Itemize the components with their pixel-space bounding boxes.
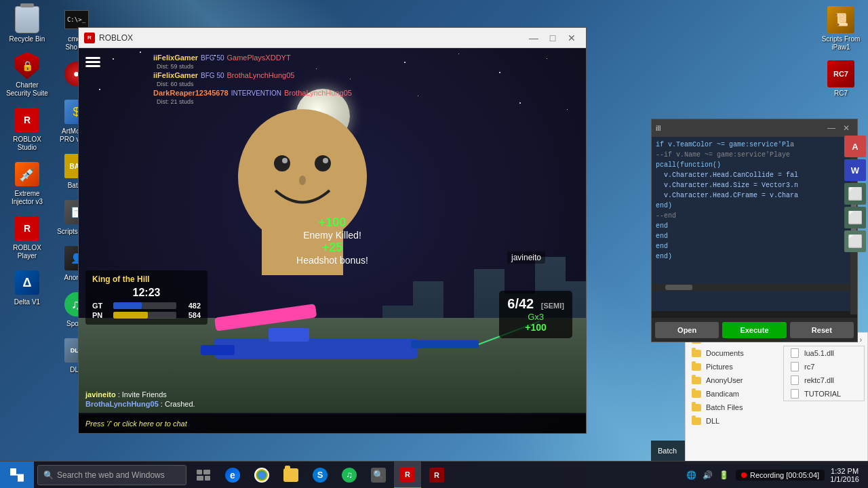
desktop-icon-roblox-player[interactable]: R ROBLOX Player [3, 212, 51, 263]
sidebar-icon-box1[interactable]: ⬜ [844, 183, 866, 205]
script-editor-controls: — ✕ [825, 122, 853, 134]
rc7-label: RC7 [834, 89, 848, 98]
file-explorer-icon[interactable] [277, 462, 304, 489]
script-editor-title: ill [656, 124, 822, 132]
kill-points-1: +100 [296, 216, 368, 230]
chrome-browser-icon[interactable] [248, 462, 275, 489]
score-row-gt: GT 482 [92, 302, 201, 310]
file-icon [791, 362, 799, 371]
chat-msg-1: javineito : Invite Friends [85, 390, 195, 399]
sidebar-icon-W[interactable]: W [844, 159, 866, 181]
tray-battery-icon[interactable]: 🔋 [717, 470, 730, 480]
search-web-icon[interactable]: 🔍 [365, 462, 392, 489]
desktop-icon-recycle-bin[interactable]: Recycle Bin [3, 3, 51, 46]
svg-rect-15 [205, 476, 210, 481]
minimize-button[interactable]: — [525, 31, 542, 45]
file-item-dll[interactable]: DLL [686, 414, 867, 428]
delta-label: Delta V1 [14, 298, 40, 306]
folder-icon [692, 390, 701, 398]
script-line-8: --end [656, 211, 853, 221]
script-line-11: end [656, 241, 853, 251]
chat-colon-1: : [118, 390, 120, 399]
script-line-10: end [656, 231, 853, 241]
script-line-12: end) [656, 251, 853, 262]
cmd-icon: C:\>_ [64, 10, 89, 29]
sidebar-icon-A[interactable]: A [844, 136, 866, 157]
desktop-icon-charter[interactable]: 🔒 Charter Security Suite [3, 49, 51, 100]
file-icon [791, 348, 799, 358]
file-item-tutorial[interactable]: TUTORIAL [784, 387, 864, 401]
taskbar-right: 🌐 🔊 🔋 Recording [00:05:04] 1:32 PM 1/1/2… [679, 462, 868, 489]
tray-volume-icon[interactable]: 🔊 [701, 470, 714, 480]
start-button[interactable] [0, 462, 34, 489]
script-reset-button[interactable]: Reset [790, 322, 854, 338]
close-button[interactable]: ✕ [563, 31, 580, 45]
svg-rect-8 [201, 345, 235, 355]
chat-sender-1: javineito [85, 390, 116, 399]
file-item-rc7[interactable]: rc7 [784, 360, 864, 373]
search-bar[interactable]: 🔍 Search the web and Windows [37, 465, 186, 485]
script-editor-window: ill — ✕ if v.TeamColor ~= game:service'P… [651, 119, 858, 342]
tray-network-icon[interactable]: 🌐 [685, 470, 698, 480]
roblox-titlebar: R ROBLOX — □ ✕ [79, 28, 586, 48]
taskbar-r-button[interactable]: R [423, 462, 450, 489]
folder-icon [692, 404, 701, 411]
edge-browser-icon[interactable]: e [219, 462, 246, 489]
script-line-6: v.Character.Head.CFrame = v.Chara [656, 190, 853, 201]
search-placeholder: Search the web and Windows [57, 470, 165, 480]
ammo-current: 6 [507, 296, 515, 311]
ammo-type: [SEMI] [541, 302, 564, 310]
skype-icon[interactable]: S [307, 462, 334, 489]
script-line-9: end [656, 221, 853, 231]
desktop-icons-left: Recycle Bin 🔒 Charter Security Suite R R… [3, 3, 51, 309]
chat-text-1: Invite Friends [122, 390, 167, 399]
desktop-icon-rc7[interactable]: RC7 RC7 [817, 58, 865, 100]
spotify-taskbar-icon[interactable]: ♫ [336, 462, 363, 489]
script-open-button[interactable]: Open [655, 322, 719, 338]
hamburger-menu[interactable] [85, 55, 100, 69]
chat-bar[interactable]: Press '/' or click here or to chat [79, 414, 586, 433]
svg-point-4 [323, 158, 328, 163]
file-item-batch-files[interactable]: Batch Files [686, 401, 867, 414]
taskbar: 🔍 Search the web and Windows e [0, 461, 868, 488]
file-name-lua: lua5.1.dll [804, 349, 834, 357]
system-tray: 🌐 🔊 🔋 [679, 470, 736, 480]
file-name-bandicam: Bandicam [706, 390, 739, 398]
kill-points-2: +25 [296, 241, 368, 255]
desktop-icon-roblox-studio[interactable]: R ROBLOX Studio [3, 104, 51, 155]
script-editor-buttons: Open Execute Reset [652, 318, 857, 342]
sidebar-icon-box3[interactable]: ⬜ [844, 230, 866, 252]
script-line-7: end) [656, 201, 853, 211]
script-hscrollbar[interactable] [652, 284, 857, 291]
chat-prompt: Press '/' or click here or to chat [85, 420, 187, 428]
game-timer: 12:23 [92, 287, 201, 299]
recording-indicator: Recording [00:05:04] [736, 470, 825, 481]
game-mode-title: King of the Hill [92, 274, 201, 284]
sidebar-icon-box2[interactable]: ⬜ [844, 207, 866, 228]
scripts-from-label: Scripts From iPaw1 [820, 35, 862, 52]
kill-feed: iiFelixGamer BFG 50 GamePlaysXDDYT Dist:… [153, 54, 352, 105]
svg-point-2 [315, 155, 331, 171]
file-item-rektc7[interactable]: rektc7.dll [784, 373, 864, 387]
svg-point-1 [274, 155, 290, 171]
chat-messages: javineito : Invite Friends BrothaLynchHu… [85, 390, 195, 409]
svg-rect-12 [197, 470, 202, 474]
taskbar-icons: e S ♫ 🔍 [190, 462, 450, 489]
desktop-icon-extreme-injector[interactable]: 💉 Extreme Injector v3 [3, 158, 51, 209]
file-name-pictures: Pictures [706, 363, 733, 371]
taskbar-roblox-button[interactable]: R [394, 462, 421, 489]
desktop-icon-scripts-from[interactable]: 📜 Scripts From iPaw1 [817, 3, 865, 54]
roblox-window: R ROBLOX — □ ✕ [78, 27, 587, 434]
file-item-lua[interactable]: lua5.1.dll [784, 346, 864, 360]
task-view-button[interactable] [190, 462, 217, 489]
maximize-button[interactable]: □ [544, 31, 561, 45]
roblox-studio-label: ROBLOX Studio [6, 136, 48, 152]
roblox-player-icon: R [15, 216, 39, 241]
script-minimize-button[interactable]: — [825, 122, 838, 134]
file-icon [791, 375, 799, 385]
desktop-icon-delta[interactable]: Δ Delta V1 [3, 266, 51, 309]
script-execute-button[interactable]: Execute [722, 322, 786, 338]
script-close-button[interactable]: ✕ [840, 122, 853, 134]
system-clock[interactable]: 1:32 PM 1/1/2016 [825, 467, 865, 483]
kill-entry-2: iiFelixGamer BFG 50 BrothaLynchHung05 [153, 71, 352, 79]
